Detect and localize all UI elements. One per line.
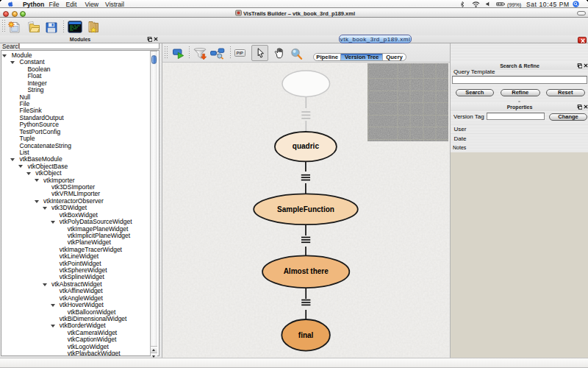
svg-text:SampleFunction: SampleFunction — [277, 205, 334, 213]
svg-text:PIP: PIP — [237, 51, 243, 55]
svg-text:Almost there: Almost there — [284, 267, 329, 275]
svg-text:final: final — [298, 331, 314, 339]
svg-text:quadric: quadric — [293, 142, 320, 150]
